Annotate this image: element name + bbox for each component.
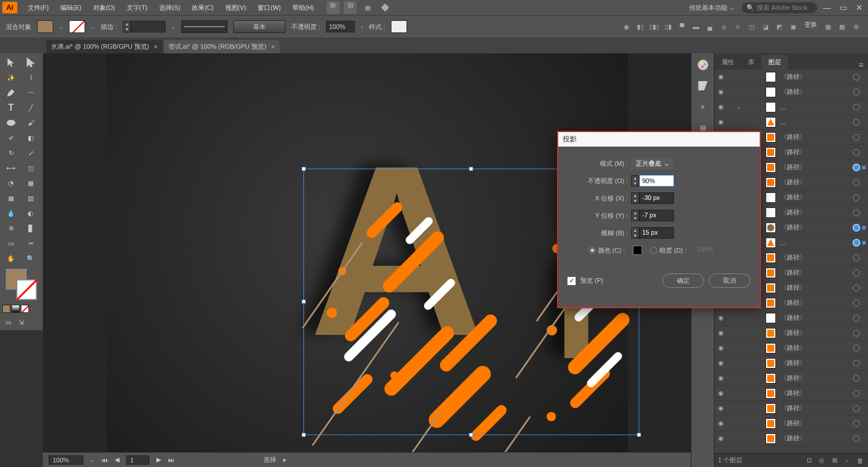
lasso-tool[interactable]: ⌇ — [22, 71, 39, 85]
blend-tool[interactable]: ◐ — [22, 206, 39, 220]
visibility-icon[interactable]: ◉ — [717, 419, 725, 428]
menu-item[interactable]: 文件(F) — [22, 0, 54, 15]
shape-mode-icon[interactable]: ◪ — [759, 20, 772, 33]
target-icon[interactable] — [853, 209, 860, 216]
nav-last-icon[interactable]: ⏭ — [168, 457, 174, 464]
stroke-panel-icon[interactable]: ≡ — [696, 100, 710, 114]
ok-button[interactable]: 确定 — [662, 273, 704, 288]
mask-icon[interactable]: ◎ — [817, 456, 826, 465]
color-panel-icon[interactable] — [696, 58, 710, 72]
opacity-spinner[interactable]: ▲▼ — [631, 175, 674, 187]
scale-tool[interactable]: ⤢ — [22, 146, 39, 160]
chevron-down-icon[interactable]: ⌵ — [59, 23, 63, 31]
target-icon[interactable] — [853, 375, 860, 382]
layer-row[interactable]: ◉ 〈路径〉 — [715, 431, 868, 446]
target-icon[interactable] — [853, 149, 860, 156]
cancel-button[interactable]: 取消 — [709, 273, 750, 288]
shape-mode-icon[interactable]: ◩ — [773, 20, 786, 33]
visibility-icon[interactable]: ◉ — [717, 329, 725, 337]
stroke-color[interactable] — [16, 279, 37, 300]
align-right-icon[interactable]: ▯▮ — [662, 20, 675, 33]
visibility-icon[interactable]: ◉ — [717, 73, 725, 81]
close-icon[interactable]: × — [153, 43, 158, 51]
target-icon[interactable] — [853, 239, 860, 246]
fill-swatch[interactable] — [37, 20, 53, 33]
workspace-selector[interactable]: 传统基本功能 ⌵ — [684, 3, 738, 12]
eraser-tool[interactable]: ◧ — [22, 131, 39, 145]
visibility-icon[interactable]: ◉ — [717, 435, 725, 443]
new-layer-icon[interactable]: ▫ — [843, 456, 852, 465]
artboard-tool[interactable]: ▭ — [2, 236, 20, 250]
free-transform-tool[interactable]: ◫ — [22, 161, 39, 175]
target-icon[interactable] — [853, 435, 860, 442]
shadow-color-chip[interactable] — [633, 246, 642, 255]
nav-first-icon[interactable]: ⏮ — [101, 457, 108, 464]
layer-row[interactable]: ◉ 〈路径〉 — [715, 326, 868, 341]
chevron-down-icon[interactable]: ⌵ — [91, 23, 95, 31]
xoffset-spinner[interactable]: ▲▼-30 px — [631, 192, 674, 204]
layer-row[interactable]: ◉ 〈路径〉 — [715, 70, 868, 85]
rectangle-tool[interactable] — [2, 116, 20, 130]
target-icon[interactable] — [853, 134, 860, 141]
screen-mode-icon[interactable]: ▭ — [2, 316, 14, 328]
curvature-tool[interactable]: 〰 — [22, 86, 39, 100]
layer-row[interactable]: ◉ 〈路径〉 — [715, 386, 868, 401]
visibility-icon[interactable]: ◉ — [717, 374, 725, 382]
line-tool[interactable]: ╱ — [22, 101, 39, 115]
transform-label[interactable]: 变换 — [801, 20, 821, 33]
change-screen-icon[interactable]: ⇲ — [15, 316, 27, 328]
zoom-tool[interactable]: 🔍 — [22, 251, 39, 265]
slice-tool[interactable]: ✂ — [22, 236, 39, 250]
shaper-tool[interactable]: ✐ — [2, 131, 20, 145]
target-icon[interactable] — [853, 224, 860, 231]
visibility-icon[interactable]: ◉ — [717, 404, 725, 413]
delete-icon[interactable]: 🗑 — [855, 456, 865, 465]
target-icon[interactable] — [853, 194, 860, 201]
sublayer-icon[interactable]: ⊞ — [830, 456, 839, 465]
gradient-mode-icon[interactable] — [12, 305, 20, 313]
target-icon[interactable] — [853, 330, 860, 337]
layer-row[interactable]: ◉ 〈路径〉 — [715, 416, 868, 431]
target-icon[interactable] — [853, 420, 860, 427]
mesh-tool[interactable]: ▦ — [2, 191, 20, 205]
blur-spinner[interactable]: ▲▼15 px — [631, 227, 674, 239]
menu-item[interactable]: 编辑(E) — [54, 0, 87, 15]
opacity-input[interactable]: 100% — [326, 21, 355, 32]
target-icon[interactable] — [853, 360, 860, 367]
align-bottom-icon[interactable]: ▄ — [704, 20, 716, 33]
chevron-down-icon[interactable]: ⌵ — [90, 456, 94, 464]
recolor-icon[interactable]: ◉ — [620, 20, 633, 33]
visibility-icon[interactable]: ◉ — [717, 344, 725, 352]
page-input[interactable]: 1 — [126, 455, 149, 465]
layer-row[interactable]: ◉ 〈路径〉 — [715, 371, 868, 386]
layer-row[interactable]: ◉ 〈路径〉 — [715, 401, 868, 416]
close-icon[interactable]: × — [271, 43, 275, 51]
target-icon[interactable] — [853, 284, 860, 291]
target-icon[interactable] — [853, 405, 860, 412]
graph-tool[interactable]: ▊ — [22, 221, 39, 235]
target-icon[interactable] — [853, 104, 860, 111]
menu-item[interactable]: 效果(C) — [186, 0, 219, 15]
style-swatch[interactable] — [391, 20, 407, 33]
eyedropper-tool[interactable]: 💧 — [2, 206, 20, 220]
symbol-sprayer-tool[interactable]: ✲ — [2, 221, 20, 235]
target-icon[interactable] — [853, 74, 860, 81]
target-icon[interactable] — [853, 254, 860, 261]
menu-item[interactable]: 选择(S) — [153, 0, 186, 15]
type-tool[interactable]: T — [2, 101, 20, 115]
target-icon[interactable] — [853, 269, 860, 276]
none-mode-icon[interactable] — [21, 305, 29, 313]
stroke-weight-input[interactable]: ▲▼ — [123, 21, 166, 32]
target-icon[interactable] — [853, 390, 860, 397]
nav-next-icon[interactable]: ▶ — [156, 456, 161, 464]
panel-menu-icon[interactable]: ≣ — [849, 20, 862, 33]
visibility-icon[interactable]: ◉ — [717, 103, 725, 111]
brush-tool[interactable]: 🖌 — [22, 116, 39, 130]
bridge-icon[interactable]: Br — [327, 1, 339, 14]
align-top-icon[interactable]: ▀ — [676, 20, 688, 33]
target-icon[interactable] — [853, 89, 860, 96]
distribute-v-icon[interactable]: ≡ — [731, 20, 744, 33]
gpu-icon[interactable] — [379, 1, 391, 14]
width-tool[interactable]: ⟷ — [2, 161, 20, 175]
visibility-icon[interactable]: ◉ — [717, 118, 725, 126]
